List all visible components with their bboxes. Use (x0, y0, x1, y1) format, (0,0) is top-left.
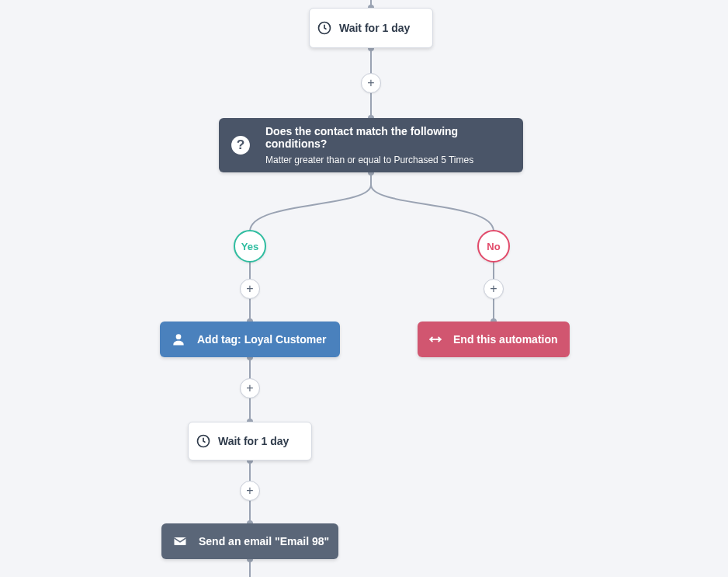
send-email-label: Send an email "Email 98" (199, 535, 329, 547)
end-automation-node[interactable]: End this automation (418, 322, 570, 357)
end-automation-label: End this automation (453, 333, 558, 346)
clock-icon (310, 20, 339, 36)
wait-node-2[interactable]: Wait for 1 day (188, 422, 312, 461)
svg-text:?: ? (237, 137, 245, 152)
clock-icon (189, 433, 218, 449)
add-step-button-yes[interactable]: + (240, 279, 260, 299)
condition-node[interactable]: ? Does the contact match the following c… (219, 118, 523, 172)
add-tag-label: Add tag: Loyal Customer (197, 333, 326, 346)
wait-node-2-label: Wait for 1 day (218, 435, 289, 447)
exit-icon (418, 332, 453, 347)
add-step-button-after-tag[interactable]: + (240, 378, 260, 398)
condition-title: Does the contact match the following con… (265, 125, 508, 150)
question-icon: ? (219, 135, 262, 155)
send-email-node[interactable]: Send an email "Email 98" (161, 523, 338, 559)
mail-icon (161, 534, 199, 549)
condition-subtitle: Matter greater than or equal to Purchase… (265, 155, 508, 165)
add-step-button-no[interactable]: + (484, 279, 504, 299)
add-step-button[interactable]: + (361, 73, 381, 93)
wait-node-1[interactable]: Wait for 1 day (309, 8, 433, 48)
branch-no[interactable]: No (477, 230, 510, 262)
add-step-button-after-wait2[interactable]: + (240, 481, 260, 501)
person-icon (160, 332, 197, 347)
add-tag-node[interactable]: Add tag: Loyal Customer (160, 322, 340, 357)
wait-node-1-label: Wait for 1 day (339, 22, 410, 34)
svg-point-21 (176, 334, 182, 339)
branch-yes[interactable]: Yes (234, 230, 266, 262)
